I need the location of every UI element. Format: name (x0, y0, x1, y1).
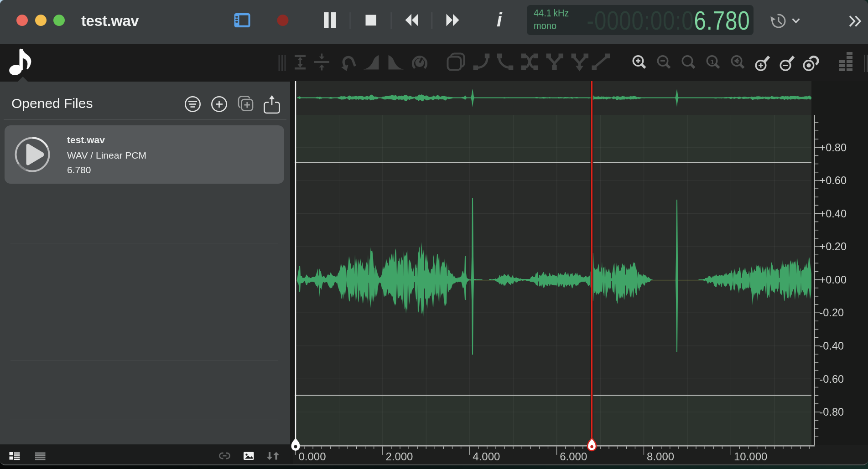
svg-text:i: i (497, 9, 503, 31)
svg-text:-0.60: -0.60 (820, 373, 844, 385)
svg-text:+0.20: +0.20 (820, 241, 847, 253)
svg-text:+0.40: +0.40 (820, 208, 847, 220)
svg-text:0.000: 0.000 (299, 450, 326, 463)
svg-text:-0.80: -0.80 (820, 406, 844, 418)
svg-text:-0.20: -0.20 (820, 307, 844, 319)
svg-text:8.000: 8.000 (647, 450, 674, 463)
svg-text:+0.60: +0.60 (820, 175, 847, 186)
svg-text:-0.40: -0.40 (820, 340, 844, 352)
svg-text:+0.80: +0.80 (820, 142, 847, 154)
svg-text:+0.00: +0.00 (820, 274, 847, 286)
svg-text:4.000: 4.000 (473, 450, 500, 463)
svg-text:2.000: 2.000 (385, 450, 413, 463)
svg-text:6.000: 6.000 (560, 450, 587, 463)
svg-text:1: 1 (711, 58, 714, 66)
svg-text:10.000: 10.000 (734, 450, 767, 463)
